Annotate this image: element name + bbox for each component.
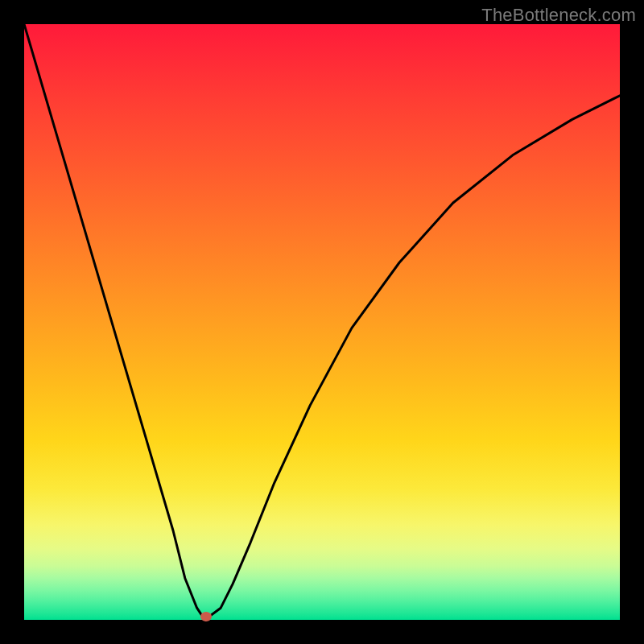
bottleneck-curve [24,24,620,620]
watermark-text: TheBottleneck.com [481,5,636,26]
plot-area [24,24,620,620]
chart-frame: TheBottleneck.com [0,0,644,644]
minimum-marker [200,612,212,621]
